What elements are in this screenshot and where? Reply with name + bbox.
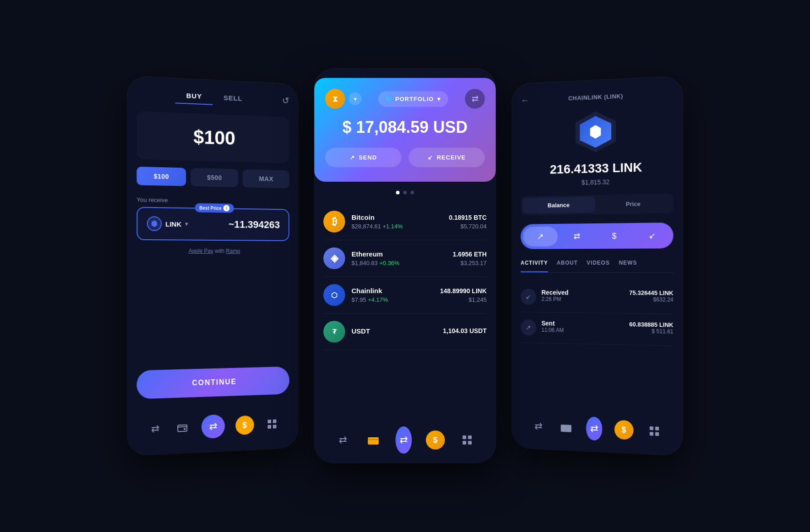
- screens-container: BUY SELL ↺ $100 $100 $500 MAX You receiv…: [128, 69, 682, 463]
- nav-center-icon[interactable]: ⇄: [201, 414, 225, 439]
- svg-rect-6: [273, 425, 277, 428]
- link-token-icon: [147, 216, 162, 231]
- tab-sell[interactable]: SELL: [213, 90, 253, 106]
- link-icon: ⬡: [323, 284, 345, 306]
- info-icon: i: [223, 205, 229, 211]
- svg-rect-8: [463, 435, 466, 439]
- list-item[interactable]: ⬡ Chainlink $7.95 +4.17% 148.89990 LINK …: [323, 277, 487, 314]
- receive-icon: ↙: [428, 154, 433, 161]
- link-balance-main: 216.41333 LINK: [521, 159, 673, 177]
- portfolio-actions: ↗ SEND ↙ RECEIVE: [325, 148, 485, 167]
- c-nav-swap[interactable]: ⇄: [335, 432, 351, 448]
- svg-marker-12: [590, 125, 601, 139]
- received-info: Received 2:26 PM: [542, 289, 624, 303]
- tab-balance[interactable]: Balance: [522, 197, 595, 213]
- dot-3[interactable]: [410, 191, 414, 194]
- dot-1[interactable]: [396, 191, 400, 194]
- received-amount: 75.326445 LINK $632.24: [629, 289, 673, 303]
- portfolio-balance: $ 17,084.59 USD: [325, 118, 485, 137]
- link-price: $7.95 +4.17%: [351, 296, 434, 303]
- sent-time: 11:06 AM: [542, 327, 624, 334]
- receive-button[interactable]: ↙ RECEIVE: [409, 148, 485, 167]
- tab-price[interactable]: Price: [595, 195, 672, 213]
- r-nav-center[interactable]: ⇄: [586, 420, 602, 437]
- receive-action-btn[interactable]: ↙: [634, 225, 671, 246]
- list-item[interactable]: ◈ Ethereum $1,840.83 +0.36% 1.6956 ETH $…: [323, 240, 487, 277]
- r-nav-swap[interactable]: ⇄: [531, 418, 547, 435]
- c-nav-wallet[interactable]: [365, 432, 381, 448]
- svg-rect-7: [368, 439, 379, 440]
- btc-price: $28,874.61 +1.14%: [351, 223, 443, 230]
- token-selector[interactable]: LINK ▾: [147, 216, 188, 231]
- activity-item-sent[interactable]: ↗ Sent 11:06 AM 60.838885 LINK $ 511.61: [521, 312, 673, 346]
- preset-amounts: $100 $500 MAX: [137, 167, 289, 189]
- chevron-down-icon: ▾: [185, 221, 188, 227]
- portfolio-button[interactable]: ↻ PORTFOLIO ▾: [378, 91, 449, 107]
- eth-icon: ◈: [323, 247, 345, 269]
- c-nav-center[interactable]: ⇄: [395, 432, 412, 448]
- btc-change: +1.14%: [383, 223, 403, 230]
- svg-rect-15: [649, 432, 653, 435]
- nav-dollar-icon[interactable]: $: [235, 416, 254, 435]
- dot-2[interactable]: [403, 191, 407, 194]
- c-nav-dollar[interactable]: $: [426, 430, 445, 450]
- history-icon[interactable]: ↺: [282, 95, 289, 106]
- r-nav-dollar[interactable]: $: [615, 420, 634, 440]
- c-nav-grid[interactable]: [459, 432, 475, 448]
- sent-info: Sent 11:06 AM: [542, 319, 624, 334]
- svg-rect-4: [273, 419, 277, 423]
- tab-videos[interactable]: VIDEOS: [587, 260, 610, 272]
- svg-rect-5: [268, 425, 271, 429]
- tab-about[interactable]: ABOUT: [556, 260, 578, 272]
- svg-rect-14: [655, 426, 659, 430]
- preset-max[interactable]: MAX: [243, 169, 289, 189]
- nav-grid-icon[interactable]: [264, 416, 280, 432]
- nav-swap-icon[interactable]: ⇄: [147, 420, 164, 437]
- receive-box: Best Price i LINK ▾ ~11.394263: [137, 207, 289, 241]
- send-action-btn[interactable]: ↗: [523, 227, 558, 247]
- send-button[interactable]: ↗ SEND: [325, 148, 401, 167]
- r-nav-grid[interactable]: [646, 422, 663, 440]
- link-balance: 148.89990 LINK $1,245: [440, 287, 487, 303]
- buy-sell-tabs: BUY SELL ↺: [137, 86, 289, 108]
- tab-news[interactable]: NEWS: [619, 260, 637, 272]
- r-nav-wallet[interactable]: [558, 419, 574, 436]
- apple-pay-text: Apple Pay with Ramp: [137, 247, 289, 254]
- usdt-info: USDT: [351, 327, 437, 337]
- continue-button[interactable]: CONTINUE: [137, 367, 289, 399]
- received-icon: ↙: [521, 289, 536, 305]
- portfolio-header: ⧗ ▾ ↻ PORTFOLIO ▾ ⇄: [325, 89, 485, 109]
- eth-name: Ethereum: [351, 250, 446, 258]
- activity-item-received[interactable]: ↙ Received 2:26 PM 75.326445 LINK $632.2…: [521, 281, 673, 314]
- btc-name: Bitcoin: [351, 213, 443, 221]
- transfer-button[interactable]: ⇄: [465, 89, 485, 109]
- nav-wallet-icon[interactable]: [174, 419, 190, 436]
- link-change: +4.17%: [368, 296, 388, 303]
- preset-500[interactable]: $500: [190, 168, 239, 187]
- btc-balance: 0.18915 BTC $5,720.04: [449, 214, 487, 230]
- portfolio-chevron-icon: ▾: [437, 96, 441, 102]
- btc-icon: ₿: [323, 211, 345, 232]
- tab-activity[interactable]: ACTIVITY: [521, 260, 548, 272]
- svg-rect-1: [178, 425, 187, 431]
- usdt-icon: ₮: [323, 321, 345, 343]
- preset-100[interactable]: $100: [137, 167, 186, 186]
- swap-action-btn[interactable]: ⇄: [560, 226, 595, 246]
- balance-price-tabs: Balance Price: [521, 193, 673, 215]
- left-phone: BUY SELL ↺ $100 $100 $500 MAX You receiv…: [127, 76, 298, 456]
- list-item[interactable]: ₿ Bitcoin $28,874.61 +1.14% 0.18915 BTC …: [323, 203, 487, 240]
- wallet-dropdown-btn[interactable]: ▾: [349, 92, 361, 105]
- btc-info: Bitcoin $28,874.61 +1.14%: [351, 213, 443, 230]
- right-bottom-nav: ⇄ ⇄ $: [521, 407, 673, 446]
- eth-balance: 1.6956 ETH $3,253.17: [453, 251, 487, 266]
- list-item[interactable]: ₮ USDT 1,104.03 USDT: [323, 314, 487, 350]
- chainlink-header: ← CHAINLINK (LINK): [521, 86, 673, 104]
- activity-tabs: ACTIVITY ABOUT VIDEOS NEWS: [521, 260, 673, 273]
- amount-value: $100: [150, 125, 277, 150]
- carousel-dots: [323, 191, 487, 194]
- svg-rect-13: [649, 426, 653, 430]
- back-button[interactable]: ←: [521, 95, 529, 106]
- tab-buy[interactable]: BUY: [175, 87, 213, 105]
- dollar-action-btn[interactable]: $: [596, 226, 632, 246]
- orange-wallet-icon[interactable]: ⧗: [325, 89, 345, 109]
